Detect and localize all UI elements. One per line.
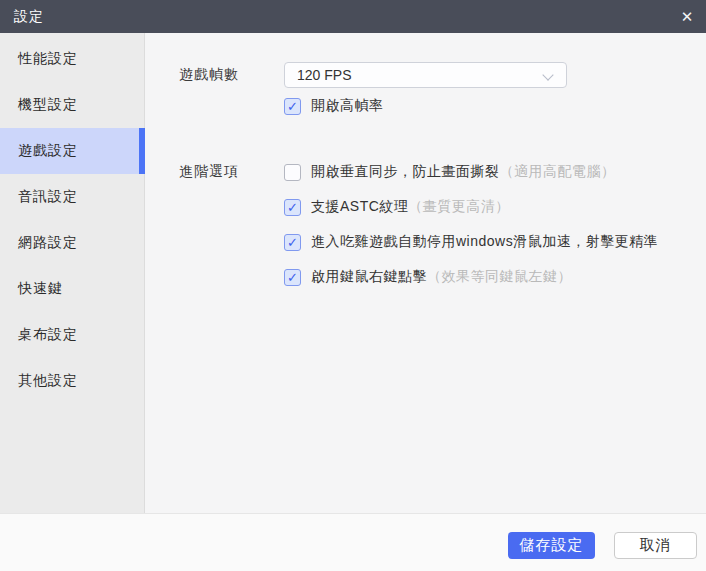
high-fps-checkbox[interactable]: ✓ bbox=[284, 98, 301, 115]
mouse-accel-row: ✓ 進入吃雞遊戲自動停用windows滑鼠加速，射擊更精準 bbox=[284, 233, 658, 251]
astc-hint: （畫質更高清） bbox=[408, 198, 510, 214]
mouse-accel-checkbox[interactable]: ✓ bbox=[284, 234, 301, 251]
sidebar-item-label: 網路設定 bbox=[18, 234, 78, 252]
sidebar-item-other[interactable]: 其他設定 bbox=[0, 358, 144, 404]
sidebar-item-performance[interactable]: 性能設定 bbox=[0, 36, 144, 82]
titlebar: 設定 ✕ bbox=[0, 0, 706, 33]
vsync-label: 開啟垂直同步，防止畫面撕裂 bbox=[311, 163, 500, 179]
vsync-row: ✓ 開啟垂直同步，防止畫面撕裂（適用高配電腦） bbox=[284, 163, 616, 181]
sidebar-item-label: 快速鍵 bbox=[18, 280, 63, 298]
right-click-checkbox[interactable]: ✓ bbox=[284, 269, 301, 286]
sidebar-item-wallpaper[interactable]: 桌布設定 bbox=[0, 312, 144, 358]
settings-main-panel: 遊戲幀數 120 FPS ✓ 開啟高幀率 進階選項 ✓ 開啟垂直同步，防止畫面撕… bbox=[146, 33, 706, 513]
sidebar-item-label: 性能設定 bbox=[18, 50, 78, 68]
right-click-row: ✓ 啟用鍵鼠右鍵點擊（效果等同鍵鼠左鍵） bbox=[284, 268, 572, 286]
game-fps-label: 遊戲幀數 bbox=[179, 66, 239, 84]
sidebar-item-label: 遊戲設定 bbox=[18, 142, 78, 160]
check-icon: ✓ bbox=[287, 200, 298, 213]
sidebar-item-label: 其他設定 bbox=[18, 372, 78, 390]
sidebar-item-game[interactable]: 遊戲設定 bbox=[0, 128, 144, 174]
astc-label: 支援ASTC紋理 bbox=[311, 198, 408, 214]
settings-sidebar: 性能設定 機型設定 遊戲設定 音訊設定 網路設定 快速鍵 桌布設定 其他設定 bbox=[0, 33, 145, 513]
high-fps-row: ✓ 開啟高幀率 bbox=[284, 97, 384, 115]
right-click-label: 啟用鍵鼠右鍵點擊 bbox=[311, 268, 427, 284]
vsync-checkbox[interactable]: ✓ bbox=[284, 164, 301, 181]
sidebar-item-label: 音訊設定 bbox=[18, 188, 78, 206]
sidebar-item-network[interactable]: 網路設定 bbox=[0, 220, 144, 266]
mouse-accel-label: 進入吃雞遊戲自動停用windows滑鼠加速，射擊更精準 bbox=[311, 233, 658, 249]
vsync-hint: （適用高配電腦） bbox=[500, 163, 616, 179]
settings-dialog: 設定 ✕ 性能設定 機型設定 遊戲設定 音訊設定 網路設定 快速鍵 桌布設定 其… bbox=[0, 0, 706, 571]
check-icon: ✓ bbox=[287, 235, 298, 248]
save-settings-button[interactable]: 儲存設定 bbox=[508, 532, 595, 559]
dialog-title: 設定 bbox=[14, 8, 44, 26]
high-fps-label: 開啟高幀率 bbox=[311, 97, 384, 113]
fps-dropdown[interactable]: 120 FPS bbox=[284, 62, 567, 88]
sidebar-item-label: 機型設定 bbox=[18, 96, 78, 114]
dialog-footer: 儲存設定 取消 bbox=[0, 513, 706, 571]
check-icon: ✓ bbox=[287, 270, 298, 283]
cancel-button[interactable]: 取消 bbox=[614, 532, 697, 559]
chevron-down-icon bbox=[544, 71, 552, 79]
close-icon[interactable]: ✕ bbox=[668, 0, 706, 33]
sidebar-item-audio[interactable]: 音訊設定 bbox=[0, 174, 144, 220]
sidebar-item-label: 桌布設定 bbox=[18, 326, 78, 344]
fps-dropdown-value: 120 FPS bbox=[297, 67, 351, 83]
sidebar-item-device-model[interactable]: 機型設定 bbox=[0, 82, 144, 128]
right-click-hint: （效果等同鍵鼠左鍵） bbox=[427, 268, 572, 284]
advanced-options-label: 進階選項 bbox=[179, 163, 239, 181]
sidebar-item-shortcuts[interactable]: 快速鍵 bbox=[0, 266, 144, 312]
astc-row: ✓ 支援ASTC紋理（畫質更高清） bbox=[284, 198, 510, 216]
check-icon: ✓ bbox=[287, 99, 298, 112]
astc-checkbox[interactable]: ✓ bbox=[284, 199, 301, 216]
